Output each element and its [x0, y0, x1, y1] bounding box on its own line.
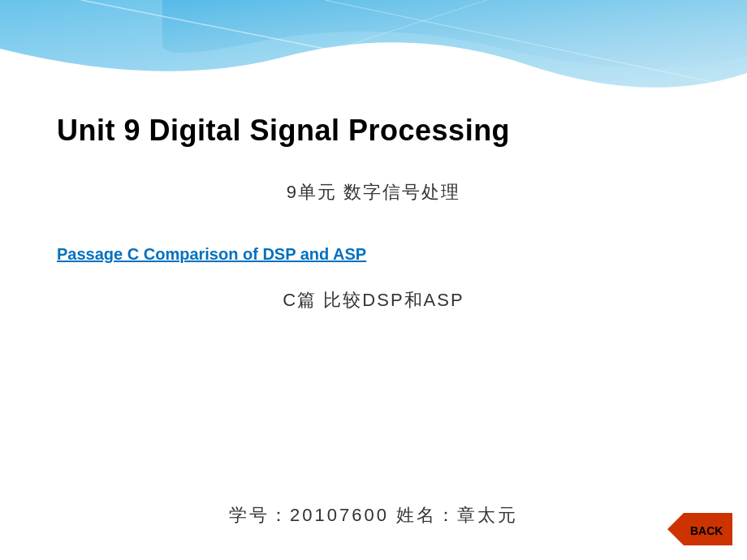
- back-button-shape: BACK: [667, 513, 732, 545]
- passage-chinese: C篇 比较DSP和ASP: [57, 288, 690, 312]
- passage-link[interactable]: Passage C Comparison of DSP and ASP: [57, 245, 690, 264]
- svg-text:BACK: BACK: [690, 524, 723, 537]
- student-info: 学号：20107600 姓名：章太元: [57, 503, 690, 528]
- back-button[interactable]: BACK: [667, 513, 732, 545]
- main-content: Unit 9 Digital Signal Processing 9单元 数字信…: [0, 0, 747, 560]
- subtitle-chinese: 9单元 数字信号处理: [57, 180, 690, 205]
- main-title: Unit 9 Digital Signal Processing: [57, 114, 690, 148]
